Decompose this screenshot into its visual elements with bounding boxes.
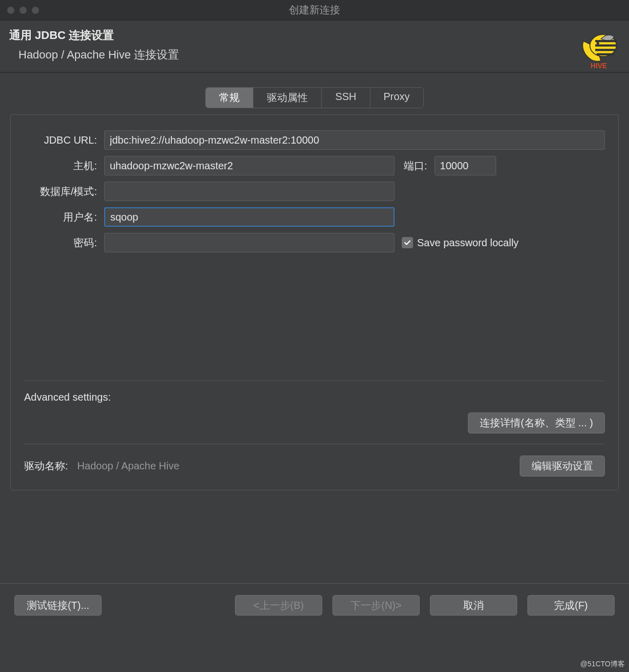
next-button[interactable]: 下一步(N)> — [332, 595, 420, 616]
username-label: 用户名: — [24, 210, 104, 224]
titlebar: 创建新连接 — [0, 0, 629, 21]
minimize-window-icon[interactable] — [19, 7, 27, 14]
cancel-button[interactable]: 取消 — [430, 595, 517, 616]
tabs-row: 常规 驱动属性 SSH Proxy — [0, 87, 629, 108]
check-icon — [403, 239, 411, 247]
host-label: 主机: — [24, 159, 104, 173]
driver-row: 驱动名称: Hadoop / Apache Hive 编辑驱动设置 — [24, 444, 605, 477]
finish-button[interactable]: 完成(F) — [527, 595, 615, 616]
window-controls — [7, 7, 39, 14]
jdbc-url-input[interactable] — [104, 130, 605, 150]
header-title: 通用 JDBC 连接设置 — [9, 28, 620, 43]
maximize-window-icon[interactable] — [32, 7, 39, 14]
dialog-header: 通用 JDBC 连接设置 Hadoop / Apache Hive 连接设置 H… — [0, 21, 629, 73]
save-password-checkbox[interactable] — [402, 237, 413, 248]
advanced-title: Advanced settings: — [24, 391, 605, 403]
database-input[interactable] — [104, 182, 395, 201]
jdbc-url-label: JDBC URL: — [24, 134, 104, 146]
close-window-icon[interactable] — [7, 7, 14, 14]
save-password-label: Save password locally — [417, 237, 519, 249]
password-input[interactable] — [104, 233, 395, 252]
connection-details-button[interactable]: 连接详情(名称、类型 ... ) — [468, 412, 605, 433]
tab-proxy[interactable]: Proxy — [370, 88, 423, 108]
tab-ssh[interactable]: SSH — [322, 88, 370, 108]
hive-logo-icon: HIVE — [577, 26, 621, 70]
driver-name-value: Hadoop / Apache Hive — [77, 460, 180, 472]
svg-text:HIVE: HIVE — [591, 62, 607, 70]
content-panel: JDBC URL: 主机: 端口: 数据库/模式: 用户名: 密码: Save … — [10, 114, 619, 490]
dialog-footer: 测试链接(T)... <上一步(B) 下一步(N)> 取消 完成(F) — [0, 583, 629, 616]
port-label: 端口: — [395, 159, 435, 173]
back-button[interactable]: <上一步(B) — [235, 595, 322, 616]
username-input[interactable] — [104, 207, 395, 227]
advanced-section: Advanced settings: 连接详情(名称、类型 ... ) 驱动名称… — [24, 381, 605, 477]
database-label: 数据库/模式: — [24, 185, 104, 199]
port-input[interactable] — [435, 156, 496, 175]
tab-driver-properties[interactable]: 驱动属性 — [253, 88, 322, 108]
watermark: @51CTO博客 — [580, 660, 625, 669]
host-input[interactable] — [104, 156, 395, 175]
test-connection-button[interactable]: 测试链接(T)... — [14, 595, 102, 616]
window-title: 创建新连接 — [289, 3, 340, 17]
edit-driver-button[interactable]: 编辑驱动设置 — [520, 456, 605, 477]
svg-point-1 — [597, 42, 599, 45]
tabs-container: 常规 驱动属性 SSH Proxy — [205, 87, 423, 108]
driver-name-label: 驱动名称: — [24, 459, 68, 473]
tab-general[interactable]: 常规 — [206, 88, 253, 108]
header-subtitle: Hadoop / Apache Hive 连接设置 — [18, 47, 620, 63]
password-label: 密码: — [24, 236, 104, 250]
